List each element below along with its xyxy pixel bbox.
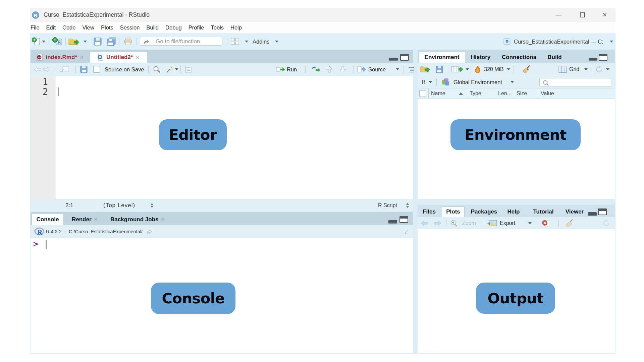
- menu-plots[interactable]: Plots: [101, 22, 113, 33]
- tab-close-icon[interactable]: ✕: [79, 54, 84, 60]
- open-file-dropdown[interactable]: [84, 41, 87, 43]
- print-icon[interactable]: [123, 37, 133, 46]
- find-replace-icon[interactable]: [153, 65, 161, 73]
- view-mode-selector[interactable]: Grid: [569, 66, 579, 72]
- previous-plot-icon[interactable]: [420, 220, 429, 227]
- maximize-button[interactable]: [580, 12, 585, 17]
- tab-build[interactable]: Build: [544, 52, 566, 63]
- tab-close-icon[interactable]: ✕: [161, 217, 165, 223]
- import-dataset-icon[interactable]: [451, 65, 464, 73]
- next-plot-icon[interactable]: [433, 220, 442, 227]
- save-workspace-icon[interactable]: [435, 65, 443, 73]
- save-icon[interactable]: [93, 37, 102, 46]
- column-size[interactable]: Size: [517, 90, 527, 97]
- new-file-icon[interactable]: [32, 37, 41, 46]
- code-tools-icon[interactable]: [164, 65, 174, 73]
- go-previous-section-icon[interactable]: [325, 66, 333, 73]
- column-type[interactable]: Type: [470, 90, 481, 97]
- view-mode-dropdown[interactable]: [584, 68, 588, 70]
- tab-close-icon[interactable]: ✕: [94, 217, 98, 223]
- tab-index-rmd[interactable]: md index.Rmd* ✕: [31, 52, 90, 63]
- tab-environment[interactable]: Environment: [419, 52, 465, 63]
- source-button[interactable]: Source: [368, 66, 386, 73]
- rerun-icon[interactable]: [311, 66, 322, 73]
- environment-search[interactable]: [539, 78, 611, 87]
- tab-connections[interactable]: Connections: [498, 52, 540, 63]
- console-settings-icon[interactable]: [404, 229, 410, 235]
- open-in-new-icon[interactable]: [146, 229, 153, 234]
- memory-usage[interactable]: 320 MiB: [484, 66, 504, 72]
- tab-close-icon[interactable]: ✕: [135, 54, 140, 60]
- menu-help[interactable]: Help: [230, 22, 242, 33]
- minimize-pane-icon[interactable]: [389, 55, 398, 62]
- export-dropdown[interactable]: [528, 222, 532, 224]
- refresh-plots-icon[interactable]: [602, 219, 611, 228]
- doc-type-indicator[interactable]: R Script: [378, 202, 397, 208]
- tab-viewer[interactable]: Viewer: [562, 206, 587, 217]
- open-file-icon[interactable]: [68, 37, 82, 46]
- language-dropdown[interactable]: [429, 81, 432, 83]
- code-tools-dropdown[interactable]: [175, 68, 178, 70]
- export-plot-button[interactable]: Export: [500, 220, 515, 226]
- menu-edit[interactable]: Edit: [46, 22, 56, 33]
- go-next-section-icon[interactable]: [339, 66, 347, 73]
- environment-scope-selector[interactable]: Global Environment: [453, 79, 502, 85]
- back-icon[interactable]: [34, 66, 42, 73]
- zoom-plot-label[interactable]: Zoom: [462, 220, 476, 226]
- panes-dropdown[interactable]: [245, 41, 248, 43]
- tab-history[interactable]: History: [467, 52, 494, 63]
- minimize-pane-icon[interactable]: [589, 55, 598, 62]
- tab-render[interactable]: Render ✕: [66, 214, 104, 225]
- scope-indicator[interactable]: (Top Level): [103, 202, 135, 209]
- tab-files[interactable]: Files: [419, 206, 440, 217]
- goto-file-search[interactable]: Go to file/function: [140, 37, 222, 46]
- language-selector[interactable]: R: [422, 79, 426, 85]
- column-name[interactable]: Name: [431, 90, 445, 97]
- menu-session[interactable]: Session: [120, 22, 140, 33]
- memory-dropdown[interactable]: [507, 68, 510, 70]
- sort-ascending-icon[interactable]: [459, 92, 463, 95]
- maximize-pane-icon[interactable]: [599, 54, 608, 61]
- tab-console[interactable]: Console: [32, 214, 64, 225]
- refresh-dropdown[interactable]: [606, 68, 609, 70]
- new-file-dropdown[interactable]: [42, 41, 45, 43]
- save-icon[interactable]: [80, 65, 88, 73]
- run-button[interactable]: Run: [287, 66, 297, 73]
- tab-tutorial[interactable]: Tutorial: [529, 206, 558, 217]
- load-workspace-icon[interactable]: [420, 65, 433, 74]
- document-outline-icon[interactable]: [408, 66, 415, 72]
- new-project-icon[interactable]: R: [52, 37, 63, 46]
- tab-background-jobs[interactable]: Background Jobs ✕: [106, 214, 169, 225]
- addins-button[interactable]: Addins: [253, 38, 269, 45]
- menu-view[interactable]: View: [82, 22, 94, 33]
- environment-scope-dropdown[interactable]: [511, 81, 514, 83]
- workspace-panes-icon[interactable]: [230, 38, 240, 46]
- source-icon[interactable]: [357, 66, 367, 73]
- remove-plot-icon[interactable]: [542, 219, 550, 227]
- maximize-pane-icon[interactable]: [400, 54, 410, 61]
- source-on-save-checkbox[interactable]: [93, 66, 100, 73]
- addins-dropdown[interactable]: [275, 41, 278, 43]
- export-plot-icon[interactable]: [487, 220, 497, 227]
- clear-objects-icon[interactable]: [522, 65, 531, 74]
- maximize-pane-icon[interactable]: [598, 208, 607, 215]
- select-all-checkbox[interactable]: [419, 90, 426, 97]
- zoom-plot-icon[interactable]: [450, 219, 459, 227]
- minimize-pane-icon[interactable]: [388, 217, 398, 224]
- refresh-icon[interactable]: [595, 65, 603, 74]
- menu-file[interactable]: File: [31, 22, 40, 33]
- minimize-button[interactable]: [556, 15, 561, 15]
- tab-packages[interactable]: Packages: [467, 206, 501, 217]
- project-dropdown[interactable]: [610, 41, 613, 43]
- close-button[interactable]: ✕: [602, 11, 607, 18]
- menu-profile[interactable]: Profile: [189, 22, 204, 33]
- source-dropdown[interactable]: [396, 68, 399, 70]
- clear-plots-icon[interactable]: [565, 219, 574, 228]
- menu-debug[interactable]: Debug: [165, 22, 182, 33]
- menu-build[interactable]: Build: [146, 22, 159, 33]
- save-all-icon[interactable]: [106, 37, 116, 46]
- tab-untitled2[interactable]: R Untitled2* ✕: [90, 52, 147, 63]
- tab-plots[interactable]: Plots: [442, 206, 465, 217]
- maximize-pane-icon[interactable]: [399, 216, 409, 223]
- import-dataset-dropdown[interactable]: [466, 68, 469, 70]
